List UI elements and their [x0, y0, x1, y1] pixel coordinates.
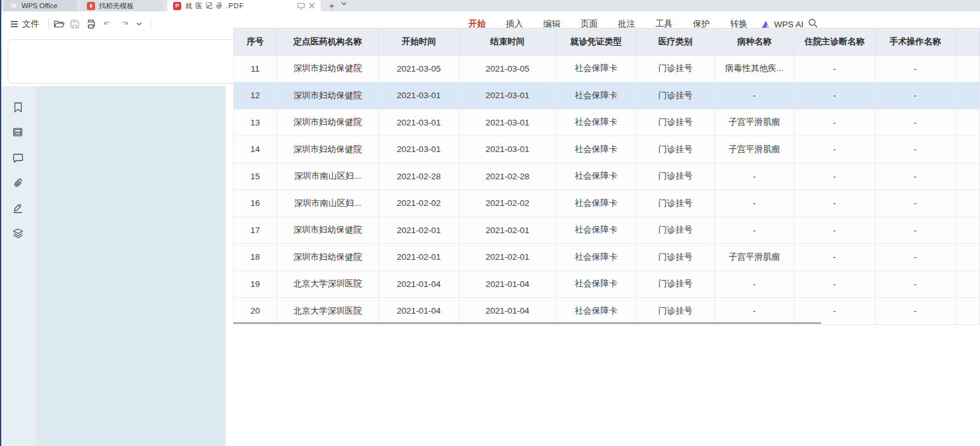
- close-tab-icon[interactable]: [309, 3, 315, 9]
- table-cell: 北京大学深圳医院: [277, 298, 378, 325]
- table-cell: -: [794, 244, 875, 271]
- table-row[interactable]: 19北京大学深圳医院2021-01-042021-01-04社会保障卡门诊挂号-…: [234, 271, 980, 298]
- table-cell: 深圳市妇幼保健院: [277, 217, 378, 244]
- table-cell: 社会保障卡: [556, 271, 636, 298]
- table-cell: 社会保障卡: [556, 217, 636, 244]
- pdf-file-icon: P: [173, 2, 181, 10]
- table-cell: -: [875, 82, 955, 110]
- table-cell: 门诊挂号: [636, 82, 714, 110]
- file-menu-label: 文件: [22, 18, 39, 30]
- table-cell: 13: [234, 109, 277, 136]
- table-row[interactable]: 18深圳市妇幼保健院2021-02-012021-02-01社会保障卡门诊挂号子…: [234, 244, 980, 271]
- wps-pdf-window: W WPS Office 找稻壳模板 P 就 医 记 录 .PDF ＋: [0, 0, 980, 446]
- table-row[interactable]: 20北京大学深圳医院2021-01-042021-01-04社会保障卡门诊挂号-…: [234, 298, 980, 325]
- table-cell-partial: [955, 298, 979, 325]
- menu-search-icon[interactable]: [808, 18, 818, 28]
- table-cell: 19: [234, 271, 277, 298]
- table-cell: 2021-02-01: [459, 244, 556, 271]
- print-button[interactable]: [86, 11, 96, 37]
- table-cell: 门诊挂号: [636, 136, 714, 163]
- table-cell: 北京大学深圳医院: [277, 271, 378, 298]
- thumbnail-icon[interactable]: [12, 126, 23, 137]
- table-row[interactable]: 15深圳市南山区妇...2021-02-282021-02-28社会保障卡门诊挂…: [234, 163, 980, 190]
- table-cell: -: [714, 190, 794, 217]
- redo-button[interactable]: [120, 11, 129, 37]
- undo-button[interactable]: [103, 11, 112, 37]
- table-cell: -: [714, 298, 794, 325]
- table-cell: -: [875, 55, 955, 82]
- tab-docer-templates[interactable]: 找稻壳模板: [81, 0, 164, 11]
- table-cell: 2021-03-01: [378, 109, 459, 136]
- table-header-cell: 序号: [234, 29, 277, 56]
- table-row[interactable]: 11深圳市妇幼保健院2021-03-052021-03-05社会保障卡门诊挂号病…: [234, 55, 980, 82]
- table-cell: 2021-01-04: [378, 298, 459, 325]
- sidebar-icon-rail: [0, 86, 35, 446]
- table-cell: -: [794, 55, 875, 82]
- tab-list-chevron-icon[interactable]: [341, 2, 347, 6]
- table-cell: 深圳市妇幼保健院: [277, 55, 378, 82]
- table-cell: 2021-01-04: [459, 298, 556, 325]
- bookmark-icon[interactable]: [12, 101, 23, 113]
- quick-access-chevron[interactable]: [136, 11, 142, 37]
- table-header-cell: 医疗类别: [636, 29, 714, 56]
- divider: [150, 18, 151, 30]
- table-cell: 2021-03-01: [459, 82, 556, 110]
- table-cell: -: [714, 82, 794, 110]
- table-cell: -: [875, 109, 955, 136]
- tab-document-pdf[interactable]: P 就 医 记 录 .PDF: [167, 0, 321, 11]
- table-cell: 社会保障卡: [556, 163, 636, 190]
- table-cell: 子宫平滑肌瘤: [714, 136, 794, 163]
- printer-icon: [86, 20, 96, 29]
- table-cell: 社会保障卡: [556, 82, 636, 110]
- tab-wps-office[interactable]: W WPS Office: [4, 0, 77, 11]
- table-cell: 11: [234, 55, 277, 82]
- table-cell: 子宫平滑肌瘤: [714, 244, 794, 271]
- attachment-icon[interactable]: [12, 177, 23, 189]
- table-cell: 门诊挂号: [636, 190, 714, 217]
- chevron-down-icon: [136, 22, 142, 26]
- table-cell: -: [875, 271, 955, 298]
- new-tab-button[interactable]: ＋: [327, 1, 336, 12]
- signature-icon[interactable]: [12, 203, 23, 214]
- table-cell: 深圳市妇幼保健院: [277, 82, 378, 110]
- table-cell: 2021-02-01: [378, 217, 459, 244]
- table-cell-partial: [955, 163, 979, 190]
- table-cell: 子宫平滑肌瘤: [714, 109, 794, 136]
- navigation-pane[interactable]: [36, 86, 226, 446]
- table-bottom-border: [233, 322, 821, 324]
- window-edge-left: [0, 0, 1, 446]
- table-row[interactable]: 17深圳市妇幼保健院2021-02-012021-02-01社会保障卡门诊挂号-…: [234, 217, 980, 244]
- file-menu-button[interactable]: 文件: [10, 11, 39, 37]
- table-cell: 社会保障卡: [556, 55, 636, 82]
- monitor-icon[interactable]: [297, 3, 305, 10]
- table-cell: 门诊挂号: [636, 217, 714, 244]
- redo-icon: [120, 20, 129, 28]
- table-cell-partial: [955, 136, 979, 163]
- save-button[interactable]: [70, 11, 79, 37]
- table-cell: -: [794, 217, 875, 244]
- table-row[interactable]: 12深圳市妇幼保健院2021-03-012021-03-01社会保障卡门诊挂号-…: [234, 82, 980, 110]
- table-cell: -: [875, 244, 955, 271]
- layers-icon[interactable]: [12, 227, 23, 239]
- table-cell: -: [794, 271, 875, 298]
- open-file-button[interactable]: [54, 11, 65, 37]
- table-header-cell: 病种名称: [714, 29, 794, 56]
- table-cell: 深圳市南山区妇...: [277, 163, 378, 190]
- tab-label: WPS Office: [22, 2, 58, 10]
- table-header-cell: 开始时间: [378, 29, 459, 56]
- table-cell: 2021-02-01: [378, 244, 459, 271]
- hamburger-icon: [10, 21, 18, 27]
- application-tab-bar: W WPS Office 找稻壳模板 P 就 医 记 录 .PDF ＋: [0, 0, 980, 11]
- table-cell: 深圳市妇幼保健院: [277, 109, 378, 136]
- table-cell: -: [714, 217, 794, 244]
- table-cell: 社会保障卡: [556, 109, 636, 136]
- table-cell: 2021-03-01: [459, 109, 556, 136]
- comment-icon[interactable]: [12, 152, 23, 163]
- table-cell: -: [875, 136, 955, 163]
- table-row[interactable]: 16深圳市南山区妇...2021-02-022021-02-02社会保障卡门诊挂…: [234, 190, 980, 217]
- divider: [48, 18, 49, 30]
- table-cell: 2021-03-01: [378, 136, 459, 163]
- medical-records-table: 序号定点医药机构名称开始时间结束时间就诊凭证类型医疗类别病种名称住院主诊断名称手…: [233, 28, 980, 325]
- table-row[interactable]: 14深圳市妇幼保健院2021-03-012021-03-01社会保障卡门诊挂号子…: [234, 136, 980, 163]
- table-row[interactable]: 13深圳市妇幼保健院2021-03-012021-03-01社会保障卡门诊挂号子…: [234, 109, 980, 136]
